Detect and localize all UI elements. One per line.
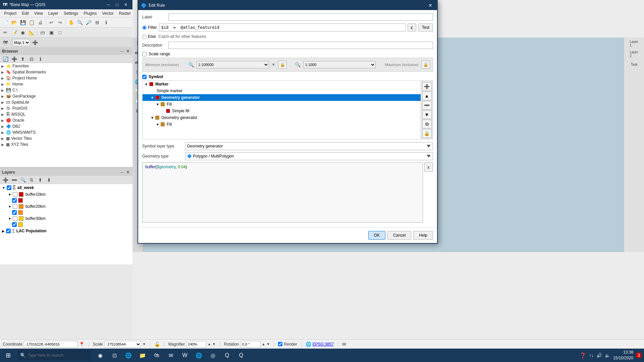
- layer-lac-population-check[interactable]: [6, 229, 11, 233]
- undo-btn[interactable]: ↩: [47, 18, 55, 26]
- taskbar-network-icon[interactable]: ↑↓: [589, 353, 594, 358]
- layer-buffer10km[interactable]: ▼ buffer10km: [0, 191, 132, 197]
- sym-lock-btn[interactable]: 🔒: [422, 129, 432, 138]
- browser-add-btn[interactable]: ➕: [10, 55, 18, 63]
- identify-btn[interactable]: ℹ: [102, 18, 110, 26]
- rotation-input[interactable]: [240, 341, 261, 348]
- browser-project-home[interactable]: ▶🏠Project Home: [0, 75, 132, 81]
- rotation-up[interactable]: ▲: [262, 342, 265, 346]
- sym-move-up-btn[interactable]: ▲: [422, 92, 432, 100]
- menu-vector[interactable]: Vector: [100, 10, 116, 16]
- deselect-btn[interactable]: □: [56, 28, 64, 37]
- taskbar-icon-taskview[interactable]: ⊡: [108, 349, 121, 362]
- taskbar-icon-qgis2[interactable]: Q: [234, 349, 248, 362]
- taskbar-notification-icon[interactable]: 3: [636, 353, 641, 358]
- menu-raster[interactable]: Raster: [116, 10, 133, 16]
- browser-home[interactable]: ▶📁Home: [0, 81, 132, 87]
- description-input[interactable]: [168, 42, 433, 49]
- sym-fill-1[interactable]: ▼ Fill: [143, 101, 421, 108]
- layers-minimize-icon[interactable]: ─: [119, 170, 124, 175]
- rpanel-layer1[interactable]: Layer 1: [630, 39, 639, 48]
- start-button[interactable]: ⊞: [0, 349, 16, 362]
- rotation-down[interactable]: ▼: [266, 342, 270, 346]
- layer-buffer10km-check[interactable]: [13, 192, 17, 197]
- render-checkbox[interactable]: [278, 342, 282, 346]
- taskbar-icon-edge[interactable]: 🌐: [122, 349, 135, 362]
- coordinate-input[interactable]: [24, 341, 77, 348]
- scale-range-checkbox[interactable]: [142, 52, 147, 56]
- filter-expression-input[interactable]: [159, 23, 406, 32]
- browser-xyz-tiles[interactable]: ▶▦XYZ Tiles: [0, 141, 132, 147]
- layers-remove-btn[interactable]: ➖: [10, 176, 18, 184]
- coordinate-copy-icon[interactable]: 📍: [79, 342, 85, 347]
- browser-collapse-btn[interactable]: ⊟: [28, 55, 36, 63]
- messages-icon[interactable]: ✉: [342, 342, 346, 347]
- print-btn[interactable]: 🖨: [36, 18, 44, 26]
- taskbar-icon-browser2[interactable]: ◎: [206, 349, 220, 362]
- sym-geometry-generator-2[interactable]: ▼ Geometry generator: [143, 114, 421, 121]
- taskbar-help-icon[interactable]: ❓: [580, 352, 586, 359]
- dialog-scroll[interactable]: Label Filter ε Test Else Catch-all f: [138, 10, 437, 226]
- layers-sort-btn[interactable]: ⇅: [28, 176, 36, 184]
- maximize-button[interactable]: □: [113, 1, 121, 8]
- rpanel-task[interactable]: Task: [630, 60, 639, 69]
- filter-radio[interactable]: [142, 25, 147, 30]
- filter-test-button[interactable]: Test: [418, 23, 433, 32]
- layers-up-btn[interactable]: ⬆: [36, 176, 44, 184]
- magnifier-up[interactable]: ▲: [208, 342, 211, 346]
- layers-filter-btn[interactable]: 🔍: [19, 176, 27, 184]
- else-radio[interactable]: [142, 35, 147, 39]
- browser-info-btn[interactable]: ℹ: [36, 55, 44, 63]
- menu-plugins[interactable]: Plugins: [81, 10, 99, 16]
- rpanel-layer2[interactable]: Layer 2: [630, 49, 639, 59]
- magnifier-input[interactable]: [186, 341, 206, 348]
- lock-icon[interactable]: 🔓: [154, 342, 160, 347]
- layer-buffer10km-sub-check[interactable]: [12, 198, 17, 203]
- layer-buffer20km-sub-check[interactable]: [12, 210, 17, 215]
- pan-btn[interactable]: ✋: [67, 18, 75, 26]
- menu-view[interactable]: View: [32, 10, 46, 16]
- zoom-in-btn[interactable]: 🔍: [76, 18, 84, 26]
- minimize-button[interactable]: ─: [104, 1, 112, 8]
- add-map-btn[interactable]: ➕: [31, 39, 39, 47]
- taskbar-icon-store[interactable]: 🛍: [150, 349, 163, 362]
- layer-buffer30km-check[interactable]: [13, 216, 17, 221]
- save-as-btn[interactable]: 📋: [28, 18, 36, 26]
- browser-vector-tiles[interactable]: ▶▦Vector Tiles: [0, 135, 132, 141]
- sym-simple-marker[interactable]: Simple marker: [143, 87, 421, 94]
- taskbar-sound-icon[interactable]: 🔊: [596, 353, 602, 358]
- browser-spatialite[interactable]: ▶🗃SpatiaLite: [0, 99, 132, 105]
- max-scale-lock-btn[interactable]: 🔒: [421, 61, 430, 69]
- layer-buffer20km[interactable]: ▼ buffer20km: [0, 203, 132, 209]
- sym-add-layer-btn[interactable]: ➕: [422, 82, 432, 91]
- map-select[interactable]: Map 1: [12, 39, 30, 46]
- scale-select[interactable]: 275108544: [104, 341, 141, 348]
- new-project-btn[interactable]: 📄: [1, 18, 9, 26]
- taskbar-icon-qgis[interactable]: Q: [220, 349, 234, 362]
- node-btn[interactable]: ◉: [19, 28, 27, 37]
- close-button[interactable]: ✕: [122, 1, 130, 8]
- taskbar-search-input[interactable]: [28, 353, 88, 358]
- redo-btn[interactable]: ↪: [56, 18, 64, 26]
- taskbar-icon-mail[interactable]: ✉: [164, 349, 177, 362]
- layer-buffer30km[interactable]: ▼ buffer30km: [0, 216, 132, 222]
- browser-db2[interactable]: ▶🔷DB2: [0, 123, 132, 129]
- menu-settings[interactable]: Settings: [61, 10, 81, 16]
- magnifier-down[interactable]: ▼: [212, 342, 216, 346]
- label-input[interactable]: [168, 13, 433, 21]
- menu-layer[interactable]: Layer: [46, 10, 61, 16]
- layer-buffer30km-sub-check[interactable]: [12, 222, 17, 227]
- browser-mssql[interactable]: ▶🗄MSSQL: [0, 111, 132, 117]
- browser-refresh-btn[interactable]: 🔄: [1, 55, 9, 63]
- scale-dropdown-icon[interactable]: ▼: [143, 342, 146, 346]
- sym-geometry-generator-1[interactable]: ▼ Geometry generator: [143, 94, 421, 101]
- cancel-button[interactable]: Cancel: [387, 231, 411, 240]
- taskbar-icon-word[interactable]: W: [178, 349, 192, 362]
- browser-oracle[interactable]: ▶🔴Oracle: [0, 117, 132, 123]
- save-project-btn[interactable]: 💾: [19, 18, 27, 26]
- sym-fill-2[interactable]: ▼ Fill: [143, 121, 421, 128]
- ok-button[interactable]: OK: [368, 231, 385, 240]
- browser-favorites[interactable]: ▶⭐Favorites: [0, 63, 132, 69]
- sym-move-down-btn[interactable]: ▼: [422, 110, 432, 119]
- map-nav-btn[interactable]: 🗺: [1, 39, 9, 47]
